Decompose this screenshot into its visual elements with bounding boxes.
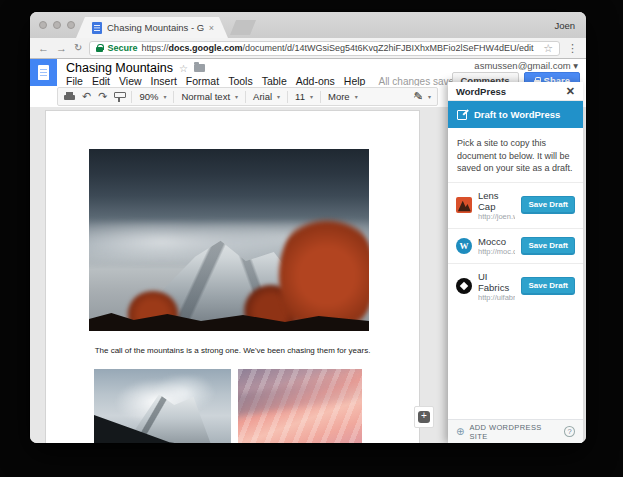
browser-window: Chasing Mountains - Google D × Joen ← → …	[30, 12, 586, 443]
close-tab-icon[interactable]: ×	[209, 23, 214, 33]
more-menu[interactable]: More▾	[328, 91, 358, 102]
url-path: /document/d/14tWGsiSeg54t6KvqZ2hiFJBIXhx…	[242, 43, 533, 53]
site-name: UI Fabrics	[478, 271, 515, 293]
help-icon[interactable]: ?	[564, 426, 575, 437]
star-document-icon[interactable]: ☆	[179, 63, 188, 74]
secure-label: Secure	[107, 43, 137, 53]
draft-banner: Draft to WordPress	[448, 101, 583, 128]
back-icon[interactable]: ←	[38, 43, 49, 54]
minimize-window-button[interactable]	[53, 21, 61, 29]
address-bar[interactable]: Secure https://docs.google.com/document/…	[89, 41, 560, 56]
wordpress-panel: WordPress ✕ Draft to WordPress Pick a si…	[448, 82, 583, 443]
add-wordpress-site-button[interactable]: ADD WORDPRESS SITE	[469, 423, 559, 441]
browser-tab[interactable]: Chasing Mountains - Google D ×	[76, 17, 228, 38]
document-paragraph[interactable]: The call of the mountains is a strong on…	[46, 346, 419, 355]
add-circle-icon[interactable]: ⊕	[456, 427, 464, 437]
paragraph-style-select[interactable]: Normal text▾	[181, 91, 238, 102]
toolbar-separator	[245, 91, 246, 103]
url-domain: docs.google.com	[168, 43, 242, 53]
save-draft-button[interactable]: Save Draft	[521, 237, 575, 255]
wordpress-w-site-icon: W	[456, 238, 472, 254]
docs-toolbar: ↶ ↷ 90%▾ Normal text▾ Arial▾ 11▾ More▾ ✎…	[57, 87, 438, 106]
document-page[interactable]: The call of the mountains is a strong on…	[45, 110, 420, 443]
docs-favicon	[92, 22, 102, 34]
redo-icon[interactable]: ↷	[98, 91, 107, 102]
site-row-mocco: W Mocco http://moc.co Save Draft	[448, 228, 583, 263]
wordpress-panel-header: WordPress ✕	[448, 82, 583, 101]
close-window-button[interactable]	[39, 21, 47, 29]
chevron-down-icon: ▾	[355, 93, 358, 100]
style-value: Normal text	[181, 91, 230, 102]
font-select[interactable]: Arial▾	[253, 91, 280, 102]
print-icon[interactable]	[64, 92, 75, 102]
secure-lock-icon	[96, 44, 103, 52]
chevron-down-icon: ▾	[277, 93, 280, 100]
browser-menu-icon[interactable]: ⋮	[567, 42, 578, 55]
browser-profile-name[interactable]: Joen	[554, 20, 575, 31]
move-to-folder-icon[interactable]	[194, 64, 205, 72]
document-title[interactable]: Chasing Mountains	[66, 61, 173, 75]
browser-tab-bar: Chasing Mountains - Google D × Joen	[30, 12, 586, 38]
forward-icon[interactable]: →	[56, 43, 67, 54]
diamond-site-icon	[456, 278, 472, 294]
zoom-window-button[interactable]	[67, 21, 75, 29]
font-size-value: 11	[295, 91, 305, 102]
mountain-photo-large[interactable]	[89, 149, 369, 331]
chevron-down-icon: ▾	[163, 93, 166, 100]
chevron-down-icon: ▾	[428, 93, 431, 100]
pink-clouds-photo-small-right[interactable]	[238, 369, 362, 443]
bookmark-star-icon[interactable]: ☆	[543, 42, 553, 55]
chevron-down-icon: ▾	[310, 93, 313, 100]
toolbar-separator	[173, 91, 174, 103]
site-row-ui-fabrics: UI Fabrics http://uifabrics.wordpr… Save…	[448, 263, 583, 309]
site-name: Lens Cap	[478, 190, 515, 212]
docs-logo[interactable]	[30, 59, 57, 86]
new-tab-button[interactable]	[230, 20, 256, 35]
close-panel-icon[interactable]: ✕	[566, 86, 575, 97]
save-draft-button[interactable]: Save Draft	[521, 277, 575, 295]
font-value: Arial	[253, 91, 272, 102]
site-url: http://uifabrics.wordpr…	[478, 293, 515, 302]
window-controls[interactable]	[39, 21, 75, 29]
toolbar-separator	[287, 91, 288, 103]
edit-draft-icon	[457, 110, 467, 120]
site-row-lens-cap: Lens Cap http://joen.wordpress… Save Dra…	[448, 182, 583, 228]
account-email[interactable]: asmussen@gmail.com ▾	[474, 60, 578, 71]
page-url: https://docs.google.com/document/d/14tWG…	[141, 43, 539, 53]
tab-title: Chasing Mountains - Google D	[107, 22, 204, 33]
wordpress-panel-title: WordPress	[456, 86, 506, 97]
explore-button[interactable]	[414, 406, 434, 428]
font-size-select[interactable]: 11▾	[295, 91, 313, 102]
site-info: Mocco http://moc.co	[478, 236, 515, 256]
draft-banner-label: Draft to WordPress	[474, 109, 560, 120]
save-draft-button[interactable]: Save Draft	[521, 196, 575, 214]
document-title-row: Chasing Mountains ☆	[66, 61, 205, 75]
paint-format-icon[interactable]	[114, 92, 124, 102]
browser-toolbar: ← → ↻ Secure https://docs.google.com/doc…	[30, 38, 586, 59]
lens-cap-site-icon	[456, 197, 472, 213]
cloud-streak	[238, 373, 362, 417]
more-label: More	[328, 91, 350, 102]
mountain-photo-small-left[interactable]	[94, 369, 231, 443]
screenshot-stage: Chasing Mountains - Google D × Joen ← → …	[0, 0, 623, 477]
toolbar-separator	[131, 91, 132, 103]
chevron-down-icon: ▾	[235, 93, 238, 100]
toolbar-separator	[320, 91, 321, 103]
autumn-tree	[279, 211, 369, 331]
site-url: http://moc.co	[478, 247, 515, 256]
zoom-select[interactable]: 90%▾	[139, 91, 166, 102]
hide-menus-icon[interactable]	[414, 92, 422, 100]
site-name: Mocco	[478, 236, 515, 247]
undo-icon[interactable]: ↶	[82, 91, 91, 102]
explore-plus-icon	[418, 411, 430, 423]
panel-footer: ⊕ ADD WORDPRESS SITE ?	[448, 419, 583, 443]
site-info: Lens Cap http://joen.wordpress…	[478, 190, 515, 221]
zoom-value: 90%	[139, 91, 158, 102]
site-url: http://joen.wordpress…	[478, 212, 515, 221]
panel-description: Pick a site to copy this document to bel…	[448, 128, 583, 182]
site-info: UI Fabrics http://uifabrics.wordpr…	[478, 271, 515, 302]
url-scheme: https://	[141, 43, 168, 53]
reload-icon[interactable]: ↻	[74, 43, 82, 53]
